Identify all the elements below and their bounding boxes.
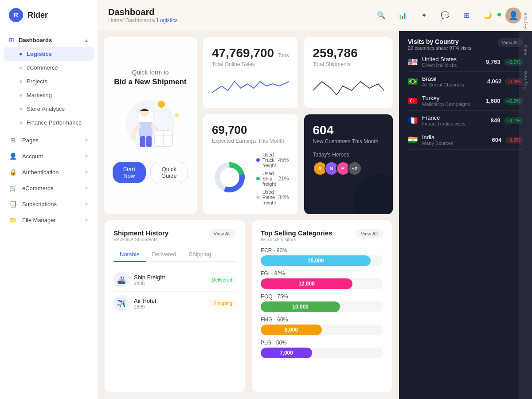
new-customers-card: 604 New Customers This Month Today's Her…: [304, 114, 393, 214]
dashboards-section: ⊞ Dashboards ▲ Logistics eCommerce Proje…: [0, 30, 98, 132]
bottom-row: Shipment History 59 Active Shipments Vie…: [98, 220, 399, 399]
sidebar-item-ecommerce[interactable]: eCommerce: [0, 61, 98, 74]
tab-delivered[interactable]: Delivered: [146, 247, 183, 262]
grid-icon[interactable]: ⊞: [459, 8, 473, 23]
ship-id-2: 2809: [134, 304, 205, 309]
ecommerce-icon: 🛒: [9, 184, 17, 192]
hero-illustration: [113, 95, 188, 153]
breadcrumb: Home/ Dashboards/ Logistics: [108, 17, 178, 23]
customers-label: New Customers This Month: [313, 138, 384, 145]
shipment-row-2: ✈️ Air Hotel 2809 Shipping: [113, 292, 236, 315]
help-tab[interactable]: Help: [521, 41, 530, 59]
chevron-down-icon: ▼: [84, 170, 89, 175]
breadcrumb-active: Logistics: [157, 17, 178, 23]
nav-file-manager[interactable]: 📁 File Manager ▼: [0, 212, 98, 228]
shipment-tabs: Notable Delivered Shipping: [113, 247, 236, 262]
earnings-donut: [212, 160, 247, 195]
ship-name-1: Ship Freight: [134, 274, 204, 281]
country-turkey: 🇹🇷 Turkey Mailchimp Campaigns 1,680 +0.2…: [408, 91, 523, 111]
bar-fill-fmg: 8,000: [261, 325, 322, 335]
svg-point-1: [158, 101, 165, 108]
hero-card: Quick form to Bid a New Shipment: [104, 37, 197, 214]
quick-guide-button[interactable]: Quick Guide: [150, 162, 188, 183]
dot: [20, 94, 22, 97]
sidebar-item-store-analytics[interactable]: Store Analytics: [0, 102, 98, 116]
tab-notable[interactable]: Notable: [113, 247, 146, 262]
active-dot: [20, 53, 22, 55]
dot: [20, 80, 22, 83]
categories-view-all-button[interactable]: View All: [356, 229, 383, 238]
settings-icon[interactable]: ✦: [417, 8, 431, 23]
nav-account[interactable]: 👤 Account ▼: [0, 148, 98, 164]
logo-text: Rider: [27, 11, 48, 20]
bar-fill-ecr: 15,000: [261, 255, 371, 266]
shipment-history-card: Shipment History 59 Active Shipments Vie…: [105, 220, 245, 392]
sidebar-item-projects[interactable]: Projects: [0, 74, 98, 88]
shipments-value: 259,786: [313, 46, 358, 60]
customers-value: 604: [313, 123, 334, 137]
country-france: 🇫🇷 France Impact Radius visits 849 +4.1%: [408, 111, 523, 130]
category-bars: ECR - 90% 15,000 FGI - 82% 12,000: [261, 247, 383, 358]
sales-unit: Tons: [278, 52, 289, 59]
ship-id-1: 2808: [134, 281, 204, 286]
online-indicator: [497, 13, 501, 16]
countries-subtitle: 20 countries share 97% visits: [408, 45, 471, 51]
heroes-title: Today's Heroes: [313, 152, 384, 158]
logo-icon: R: [9, 8, 23, 22]
chat-icon[interactable]: 💬: [438, 8, 452, 23]
top-grid: Quick form to Bid a New Shipment: [98, 31, 399, 214]
shipments-chart: [313, 73, 384, 99]
header: Dashboard Home/ Dashboards/ Logistics 🔍 …: [98, 0, 532, 31]
explore-tab[interactable]: Explore: [521, 31, 530, 32]
categories-subtitle: 8k social visitors: [261, 237, 332, 242]
dashboards-toggle[interactable]: ⊞ Dashboards ▲: [0, 33, 98, 47]
bar-fmg: FMG - 60% 8,000: [261, 317, 383, 335]
total-sales-card: 47,769,700 Tons Total Online Sales: [203, 37, 298, 108]
right-panel: Explore Help Buy now Visits by Country 2…: [399, 31, 532, 399]
hero-title: Bid a New Shipment: [114, 78, 186, 86]
chevron-down-icon: ▼: [84, 202, 89, 207]
heroes-avatars: A S P +2: [313, 161, 384, 176]
legend-plane: Used Plane freight 34%: [256, 189, 289, 205]
nav-authentication[interactable]: 🔒 Authentication ▼: [0, 164, 98, 180]
sales-label: Total Online Sales: [212, 61, 289, 67]
tab-shipping[interactable]: Shipping: [183, 247, 218, 262]
sidebar-item-finance-performance[interactable]: Finance Performance: [0, 116, 98, 129]
sales-value: 47,769,700: [212, 46, 274, 60]
auth-icon: 🔒: [9, 168, 17, 176]
account-icon: 👤: [9, 152, 17, 160]
buy-now-tab[interactable]: Buy now: [521, 67, 530, 93]
dot: [20, 121, 22, 124]
bar-eoq: EOQ - 75% 10,000: [261, 293, 383, 312]
svg-rect-10: [146, 136, 152, 147]
main-area: Dashboard Home/ Dashboards/ Logistics 🔍 …: [98, 0, 532, 399]
sidebar-item-logistics[interactable]: Logistics: [4, 47, 94, 61]
shipment-history-title: Shipment History: [113, 229, 168, 237]
bar-plg: PLG - 50% 7,000: [261, 340, 383, 358]
bar-fill-fgi: 12,000: [261, 278, 352, 289]
bar-fgi: FGI - 82% 12,000: [261, 270, 383, 289]
dot: [20, 108, 22, 110]
chevron-down-icon: ▼: [84, 186, 89, 191]
search-icon[interactable]: 🔍: [374, 8, 388, 23]
dot: [20, 66, 22, 69]
shipments-label: Total Shipments: [313, 61, 384, 67]
nav-subscriptions[interactable]: 📋 Subscriptions ▼: [0, 196, 98, 212]
start-now-button[interactable]: Start Now: [113, 162, 146, 183]
shipment-view-all-button[interactable]: View All: [208, 229, 236, 238]
visits-by-country-section: Visits by Country 20 countries share 97%…: [399, 31, 532, 399]
chevron-down-icon: ▼: [84, 154, 89, 159]
file-manager-icon: 📁: [9, 216, 17, 224]
chevron-down-icon: ▼: [84, 138, 89, 143]
svg-point-2: [175, 113, 179, 117]
country-brasil: 🇧🇷 Brasil All Social Channels 4,062 -0.4…: [408, 72, 523, 91]
chart-icon[interactable]: 📊: [395, 8, 410, 23]
page-title: Dashboard: [108, 7, 178, 17]
nav-pages[interactable]: ⊞ Pages ▼: [0, 132, 98, 148]
theme-icon[interactable]: 🌙: [481, 8, 495, 23]
nav-ecommerce[interactable]: 🛒 eCommerce ▼: [0, 180, 98, 196]
sidebar: R Rider ⊞ Dashboards ▲ Logistics eCommer…: [0, 0, 98, 399]
svg-rect-9: [140, 136, 145, 147]
sidebar-item-marketing[interactable]: Marketing: [0, 88, 98, 102]
logo: R Rider: [0, 0, 98, 30]
